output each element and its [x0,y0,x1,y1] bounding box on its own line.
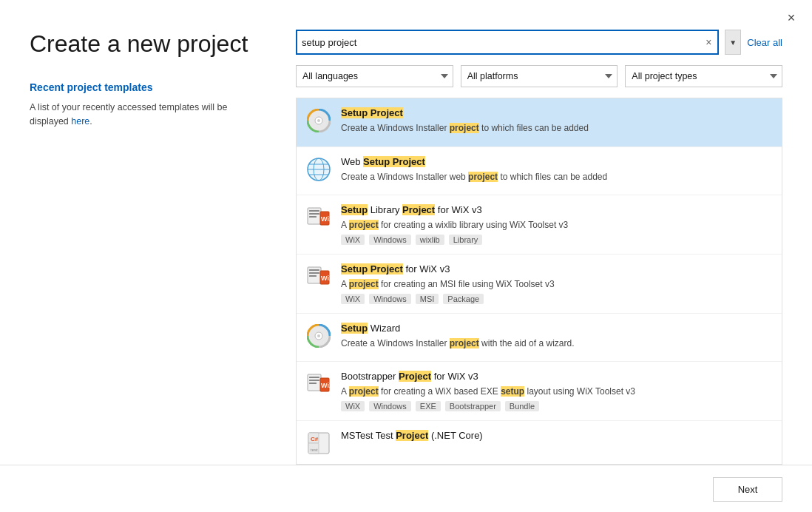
result-info-bootstrapper-wix: Bootstrapper Project for WiX v3A project… [341,371,771,411]
svg-rect-26 [309,383,317,384]
result-icon-setup-project-wix: WiX [307,265,331,289]
result-desc-bootstrapper-wix: A project for creating a WiX based EXE s… [341,385,771,398]
result-info-setup-project: Setup ProjectCreate a Windows Installer … [341,107,771,138]
svg-text:C#: C# [311,436,319,442]
svg-text:WiX: WiX [321,274,331,282]
search-bar-row: × ▼ Clear all [296,30,782,55]
result-tag: Bootstrapper [445,401,501,411]
result-tag: MSI [416,294,439,304]
result-title-setup-wizard: Setup Wizard [341,323,771,335]
result-title-bootstrapper-wix: Bootstrapper Project for WiX v3 [341,371,771,383]
svg-rect-17 [309,275,317,277]
project-type-filter[interactable]: All project types Desktop Web Console Li… [625,65,782,87]
result-item-setup-wizard[interactable]: Setup WizardCreate a Windows Installer p… [297,314,782,363]
result-item-setup-project-wix[interactable]: WiX Setup Project for WiX v3A project fo… [297,255,782,314]
result-desc-setup-library-wix: A project for creating a wixlib library … [341,219,771,232]
result-tag: EXE [416,401,441,411]
result-title-mstest: MSTest Test Project (.NET Core) [341,430,771,442]
result-title-setup-library-wix: Setup Library Project for WiX v3 [341,204,771,217]
result-tag: WiX [341,235,365,245]
svg-text:test: test [311,448,318,452]
result-info-setup-wizard: Setup WizardCreate a Windows Installer p… [341,323,771,353]
result-tags-bootstrapper-wix: WiXWindowsEXEBootstrapperBundle [341,401,771,411]
result-info-web-setup-project: Web Setup ProjectCreate a Windows Instal… [341,156,771,186]
result-tag: Library [449,235,483,245]
result-tag: Windows [369,294,411,304]
svg-text:WiX: WiX [321,382,331,389]
search-dropdown-button[interactable]: ▼ [725,30,741,55]
results-list: Setup ProjectCreate a Windows Installer … [296,98,782,465]
next-button[interactable]: Next [713,477,782,502]
result-icon-setup-project [307,109,331,132]
result-info-setup-project-wix: Setup Project for WiX v3A project for cr… [341,263,771,304]
svg-rect-15 [309,269,319,271]
result-tag: Package [443,294,484,304]
recent-section-desc: A list of your recently accessed templat… [30,101,266,129]
result-item-bootstrapper-wix[interactable]: WiX Bootstrapper Project for WiX v3A pro… [297,362,782,421]
svg-rect-11 [309,216,317,218]
result-icon-web-setup-project [307,158,331,181]
svg-point-2 [317,119,320,122]
result-item-setup-library-wix[interactable]: WiX Setup Library Project for WiX v3A pr… [297,195,782,255]
result-item-mstest[interactable]: C# test MSTest Test Project (.NET Core) [297,421,782,464]
result-title-setup-project: Setup Project [341,107,771,120]
svg-point-22 [317,334,320,337]
svg-rect-9 [309,210,319,212]
result-icon-setup-wizard [307,324,331,348]
page-title: Create a new project [30,30,266,58]
svg-text:WiX: WiX [321,215,331,223]
result-desc-web-setup-project: Create a Windows Installer web project t… [341,171,771,183]
result-tag: wixlib [416,235,444,245]
result-title-setup-project-wix: Setup Project for WiX v3 [341,263,771,276]
result-tags-setup-project-wix: WiXWindowsMSIPackage [341,294,771,304]
recent-here-link[interactable]: here [71,116,89,127]
language-filter[interactable]: All languages C# C++ Visual Basic JavaSc… [296,65,453,87]
svg-rect-24 [309,377,319,378]
right-panel: × ▼ Clear all All languages C# C++ Visua… [296,30,782,465]
recent-desc-end: . [89,116,92,127]
result-desc-setup-wizard: Create a Windows Installer project with … [341,337,771,350]
svg-rect-25 [309,380,319,381]
result-item-setup-project[interactable]: Setup ProjectCreate a Windows Installer … [297,98,782,147]
recent-section-title: Recent project templates [30,81,266,93]
result-icon-setup-library-wix: WiX [307,206,331,229]
search-input[interactable] [302,37,704,48]
search-input-wrap: × [296,30,719,55]
result-desc-setup-project: Create a Windows Installer project to wh… [341,122,771,135]
result-icon-mstest: C# test [307,431,331,455]
recent-desc-text: A list of your recently accessed templat… [30,102,227,127]
result-item-web-setup-project[interactable]: Web Setup ProjectCreate a Windows Instal… [297,147,782,196]
create-project-dialog: × Create a new project Recent project te… [0,0,812,512]
result-desc-setup-project-wix: A project for creating an MSI file using… [341,278,771,291]
svg-rect-10 [309,213,319,215]
filter-row: All languages C# C++ Visual Basic JavaSc… [296,65,782,87]
result-tag: WiX [341,401,365,411]
main-content: Create a new project Recent project temp… [0,0,812,465]
result-icon-bootstrapper-wix: WiX [307,372,331,396]
platform-filter[interactable]: All platforms Windows Linux macOS Androi… [461,65,618,87]
clear-all-button[interactable]: Clear all [747,37,782,48]
result-tags-setup-library-wix: WiXWindowswixlibLibrary [341,235,771,245]
result-tag: Bundle [505,401,539,411]
footer: Next [0,465,812,512]
result-info-setup-library-wix: Setup Library Project for WiX v3A projec… [341,204,771,245]
result-title-web-setup-project: Web Setup Project [341,156,771,169]
left-panel: Create a new project Recent project temp… [30,30,266,465]
result-tag: Windows [369,235,411,245]
result-tag: WiX [341,294,365,304]
result-info-mstest: MSTest Test Project (.NET Core) [341,430,771,445]
result-tag: Windows [369,401,411,411]
search-clear-button[interactable]: × [704,37,713,47]
close-button[interactable]: × [781,7,802,28]
svg-rect-16 [309,272,319,274]
